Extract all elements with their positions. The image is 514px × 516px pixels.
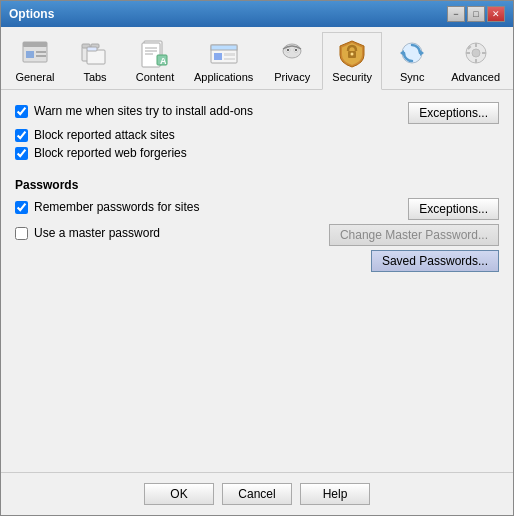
tabs-icon	[79, 37, 111, 69]
svg-rect-35	[475, 59, 477, 63]
window-title: Options	[9, 7, 54, 21]
tab-general[interactable]: General	[5, 32, 65, 90]
title-bar: Options − □ ✕	[1, 1, 513, 27]
advanced-icon	[460, 37, 492, 69]
general-icon	[19, 37, 51, 69]
svg-rect-2	[26, 51, 34, 58]
close-button[interactable]: ✕	[487, 6, 505, 22]
passwords-section: Passwords Remember passwords for sites E…	[15, 174, 499, 276]
maximize-button[interactable]: □	[467, 6, 485, 22]
tab-privacy-label: Privacy	[274, 71, 310, 83]
svg-text:A: A	[160, 56, 167, 66]
svg-rect-19	[214, 53, 222, 60]
block-forgeries-checkbox[interactable]	[15, 147, 28, 160]
options-window: Options − □ ✕ General	[0, 0, 514, 516]
minimize-button[interactable]: −	[447, 6, 465, 22]
use-master-password-checkbox[interactable]	[15, 227, 28, 240]
svg-rect-8	[87, 50, 105, 64]
content-icon: A	[139, 37, 171, 69]
block-forgeries-row: Block reported web forgeries	[15, 146, 499, 160]
sync-icon	[396, 37, 428, 69]
security-icon	[336, 37, 368, 69]
remember-passwords-checkbox[interactable]	[15, 201, 28, 214]
svg-rect-21	[224, 58, 235, 60]
svg-rect-37	[482, 52, 486, 54]
tab-advanced[interactable]: Advanced	[442, 32, 509, 90]
tab-bar: General Tabs	[1, 27, 513, 90]
warn-addons-checkbox[interactable]	[15, 105, 28, 118]
tab-advanced-label: Advanced	[451, 71, 500, 83]
block-attack-row: Block reported attack sites	[15, 128, 499, 142]
passwords-heading: Passwords	[15, 178, 499, 192]
tab-tabs-label: Tabs	[83, 71, 106, 83]
svg-rect-1	[23, 42, 47, 47]
cancel-button[interactable]: Cancel	[222, 483, 292, 505]
svg-point-33	[472, 49, 480, 57]
privacy-icon	[276, 37, 308, 69]
saved-passwords-button[interactable]: Saved Passwords...	[371, 250, 499, 272]
svg-point-26	[295, 49, 297, 51]
block-attack-checkbox[interactable]	[15, 129, 28, 142]
tab-general-label: General	[15, 71, 54, 83]
block-forgeries-label: Block reported web forgeries	[34, 146, 187, 160]
change-master-password-button[interactable]: Change Master Password...	[329, 224, 499, 246]
saved-passwords-row: Saved Passwords...	[15, 250, 499, 272]
svg-rect-36	[466, 52, 470, 54]
svg-rect-4	[36, 55, 46, 57]
remember-passwords-row: Remember passwords for sites Exceptions.…	[15, 198, 499, 220]
master-password-row: Use a master password Change Master Pass…	[15, 224, 499, 246]
help-button[interactable]: Help	[300, 483, 370, 505]
ok-button[interactable]: OK	[144, 483, 214, 505]
svg-rect-20	[224, 53, 235, 56]
tab-security-label: Security	[332, 71, 372, 83]
tab-privacy[interactable]: Privacy	[262, 32, 322, 90]
block-attack-label: Block reported attack sites	[34, 128, 175, 142]
svg-rect-18	[211, 45, 237, 50]
svg-point-25	[287, 49, 289, 51]
svg-rect-3	[36, 51, 46, 53]
tab-content-label: Content	[136, 71, 175, 83]
warn-addons-row: Warn me when sites try to install add-on…	[15, 102, 499, 124]
svg-rect-34	[475, 43, 477, 47]
tab-applications[interactable]: Applications	[185, 32, 262, 90]
warn-addons-exceptions-button[interactable]: Exceptions...	[408, 102, 499, 124]
tab-tabs[interactable]: Tabs	[65, 32, 125, 90]
remember-passwords-checkbox-row: Remember passwords for sites	[15, 200, 199, 214]
warn-addons-checkbox-row: Warn me when sites try to install add-on…	[15, 104, 253, 118]
tab-sync[interactable]: Sync	[382, 32, 442, 90]
title-bar-controls: − □ ✕	[447, 6, 505, 22]
svg-point-28	[351, 53, 354, 56]
tab-content[interactable]: A Content	[125, 32, 185, 90]
applications-icon	[208, 37, 240, 69]
tab-sync-label: Sync	[400, 71, 424, 83]
warn-addons-label: Warn me when sites try to install add-on…	[34, 104, 253, 118]
remember-passwords-label: Remember passwords for sites	[34, 200, 199, 214]
use-master-password-label: Use a master password	[34, 226, 160, 240]
tab-security[interactable]: Security	[322, 32, 382, 90]
security-content: Warn me when sites try to install add-on…	[1, 90, 513, 472]
passwords-exceptions-button[interactable]: Exceptions...	[408, 198, 499, 220]
master-password-checkbox-row: Use a master password	[15, 226, 160, 240]
svg-rect-9	[87, 47, 97, 51]
tab-applications-label: Applications	[194, 71, 253, 83]
footer: OK Cancel Help	[1, 472, 513, 515]
